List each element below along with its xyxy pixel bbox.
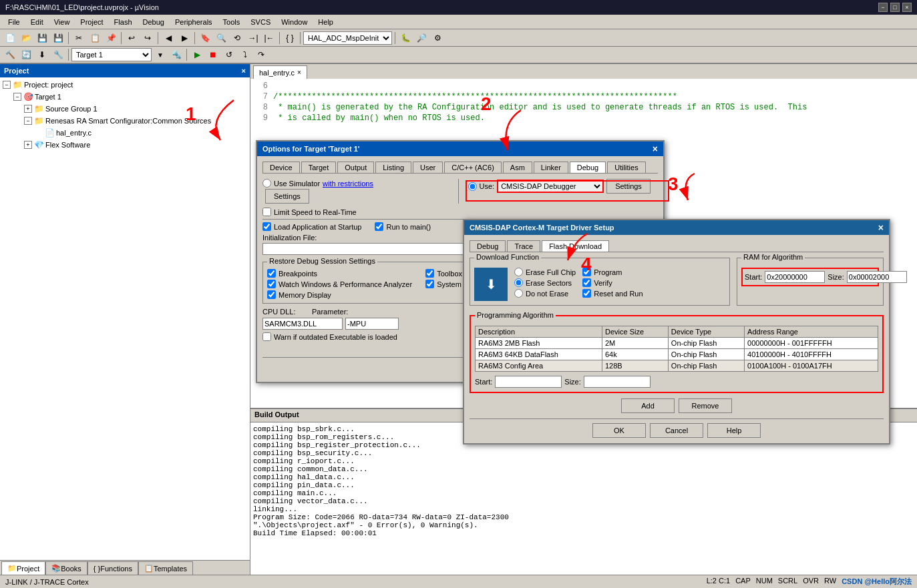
limit-speed-checkbox[interactable]: Limit Speed to Real-Time (262, 208, 658, 216)
load-app-checkbox[interactable]: Load Application at Startup (262, 222, 361, 231)
cmsis-tab-debug[interactable]: Debug (470, 240, 506, 252)
cut-btn[interactable]: ✂ (71, 31, 86, 45)
algo-start-input[interactable] (495, 376, 562, 388)
outdent-btn[interactable]: |← (262, 31, 277, 45)
tab-books[interactable]: 📚 Books (45, 561, 87, 575)
program-checkbox[interactable]: Program (582, 268, 643, 276)
comment-btn[interactable]: { } (283, 31, 297, 45)
watch-windows-checkbox[interactable]: Watch Windows & Performance Analyzer (267, 280, 412, 288)
manage-btn[interactable]: 🔩 (169, 47, 184, 62)
minimize-button[interactable]: − (878, 3, 888, 12)
tree-expand-rasc[interactable]: − (24, 117, 32, 125)
erase-full-chip-input[interactable] (514, 268, 523, 276)
tab-close-hal-entry[interactable]: × (297, 69, 301, 76)
algo-row-3[interactable]: RA6M3 Config Area 128B On-chip Flash 010… (476, 360, 878, 372)
use-simulator-radio[interactable]: Use Simulator with restrictions (262, 179, 453, 188)
build-output-content[interactable]: compiling bsp_sbrk.c... compiling bsp_ro… (250, 422, 917, 575)
tree-item-target1[interactable]: − 🎯 Target 1 (1, 91, 248, 103)
opt-tab-target[interactable]: Target (301, 162, 337, 173)
opt-tab-debug[interactable]: Debug (570, 162, 606, 173)
tab-templates[interactable]: 📋 Templates (138, 561, 193, 575)
redo-btn[interactable]: ↪ (140, 31, 155, 45)
opt-tab-device[interactable]: Device (262, 162, 300, 173)
nav-back-btn[interactable]: ◀ (161, 31, 176, 45)
config-btn[interactable]: 🔧 (51, 47, 65, 62)
opt-tab-asm[interactable]: Asm (503, 162, 532, 173)
ram-start-input[interactable] (765, 271, 825, 283)
toolbox-input[interactable] (425, 269, 434, 278)
verify-checkbox[interactable]: Verify (582, 278, 643, 287)
replace-btn[interactable]: ⟲ (230, 31, 244, 45)
step-over-btn[interactable]: ↷ (254, 47, 268, 62)
debugger-select[interactable]: CMSIS-DAP Debugger (497, 180, 604, 193)
cmsis-cancel-btn[interactable]: Cancel (650, 423, 703, 438)
zoom-btn[interactable]: 🔎 (414, 31, 429, 45)
system-viewer-input[interactable] (425, 280, 434, 288)
paste-btn[interactable]: 📌 (104, 31, 118, 45)
algo-size-input[interactable] (584, 376, 651, 388)
menu-edit[interactable]: Edit (25, 17, 49, 27)
reset-btn[interactable]: ↺ (222, 47, 236, 62)
opt-tab-user[interactable]: User (413, 162, 443, 173)
cpu-param-input[interactable] (345, 318, 399, 330)
copy-btn[interactable]: 📋 (87, 31, 102, 45)
menu-view[interactable]: View (49, 17, 75, 27)
tree-item-flex[interactable]: + 💎 Flex Software (1, 139, 248, 151)
algo-row-2[interactable]: RA6M3 64KB DataFlash 64k On-chip Flash 4… (476, 349, 878, 360)
tree-expand-source[interactable]: + (24, 105, 32, 113)
options-dialog-close[interactable]: × (653, 143, 658, 154)
reset-run-checkbox[interactable]: Reset and Run (582, 289, 643, 298)
reset-run-input[interactable] (582, 289, 591, 298)
erase-full-chip-radio[interactable]: Erase Full Chip (514, 268, 576, 276)
load-btn[interactable]: ⬇ (35, 47, 49, 62)
watch-windows-input[interactable] (267, 280, 276, 288)
cmsis-tab-flash[interactable]: Flash Download (542, 240, 609, 252)
new-file-btn[interactable]: 📄 (3, 31, 17, 45)
bookmark-btn[interactable]: 🔖 (198, 31, 212, 45)
stop-btn[interactable]: ⏹ (206, 47, 220, 62)
do-not-erase-radio[interactable]: Do not Erase (514, 289, 576, 298)
save-btn[interactable]: 💾 (35, 31, 49, 45)
limit-speed-input[interactable] (262, 208, 271, 216)
menu-window[interactable]: Window (276, 17, 313, 27)
open-btn[interactable]: 📂 (19, 31, 33, 45)
target-dropdown[interactable]: Target 1 (71, 48, 152, 61)
breakpoints-input[interactable] (267, 269, 276, 278)
do-not-erase-input[interactable] (514, 289, 523, 298)
target-options-btn[interactable]: ▼ (153, 47, 168, 62)
cmsis-dialog-close[interactable]: × (878, 222, 884, 233)
opt-tab-utilities[interactable]: Utilities (607, 162, 645, 173)
opt-tab-linker[interactable]: Linker (534, 162, 568, 173)
tree-item-source-group[interactable]: + 📁 Source Group 1 (1, 103, 248, 115)
tree-item-hal-entry[interactable]: 📄 hal_entry.c (1, 127, 248, 139)
find-btn[interactable]: 🔍 (214, 31, 228, 45)
debug-btn[interactable]: 🐛 (398, 31, 413, 45)
more-btn[interactable]: ⚙ (430, 31, 445, 45)
close-button[interactable]: × (902, 3, 912, 12)
use-cmsis-radio[interactable]: Use: CMSIS-DAP Debugger Settings (468, 179, 659, 194)
cmsis-ok-btn[interactable]: OK (592, 423, 646, 438)
tree-item-rasc[interactable]: − 📁 Renesas RA Smart Configurator:Common… (1, 115, 248, 127)
tree-expand-target1[interactable]: − (13, 93, 21, 101)
editor-tab-hal-entry[interactable]: hal_entry.c × (253, 65, 307, 79)
menu-flash[interactable]: Flash (109, 17, 138, 27)
tree-item-project[interactable]: − 📁 Project: project (1, 79, 248, 91)
maximize-button[interactable]: □ (890, 3, 900, 12)
cmsis-tab-trace[interactable]: Trace (507, 240, 540, 252)
menu-project[interactable]: Project (75, 17, 108, 27)
memory-display-input[interactable] (267, 290, 276, 299)
tab-project[interactable]: 📁 Project (1, 561, 45, 575)
load-app-input[interactable] (262, 222, 271, 231)
menu-debug[interactable]: Debug (138, 17, 170, 27)
simulator-radio-input[interactable] (262, 179, 271, 188)
with-restrictions-link[interactable]: with restrictions (323, 180, 373, 188)
verify-input[interactable] (582, 278, 591, 287)
run-to-main-checkbox[interactable]: Run to main() (375, 222, 431, 231)
opt-tab-listing[interactable]: Listing (375, 162, 411, 173)
tree-expand-project[interactable]: − (3, 81, 11, 89)
menu-file[interactable]: File (3, 17, 25, 27)
tree-expand-flex[interactable]: + (24, 141, 32, 149)
ram-size-input[interactable] (847, 271, 907, 283)
step-btn[interactable]: ⤵ (238, 47, 252, 62)
run-btn[interactable]: ▶ (190, 47, 204, 62)
